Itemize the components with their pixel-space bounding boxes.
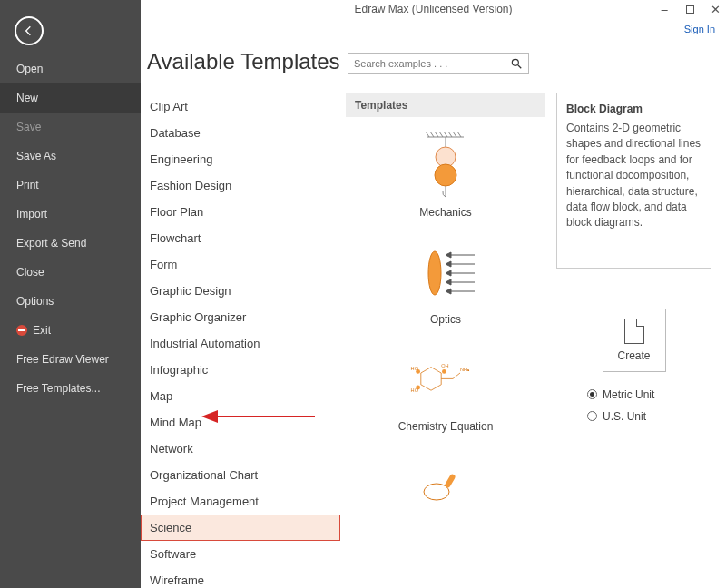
- template-icon: [409, 130, 482, 202]
- radio-label: U.S. Unit: [603, 410, 646, 423]
- sign-in-link[interactable]: Sign In: [684, 24, 715, 34]
- metric-unit-radio[interactable]: Metric Unit: [587, 388, 711, 401]
- template-icon: HOHOOHNH₂: [409, 344, 482, 416]
- svg-line-7: [435, 132, 438, 137]
- template-item[interactable]: Mechanics: [346, 117, 545, 224]
- template-label: Chemistry Equation: [398, 420, 494, 433]
- template-icon: [409, 451, 482, 524]
- title-bar: Edraw Max (Unlicensed Version) ‒ ✕: [141, 0, 726, 11]
- arrow-left-icon: [22, 24, 36, 38]
- sidebar-item-free-templates-[interactable]: Free Templates...: [0, 374, 141, 403]
- sidebar-item-label: Export & Send: [16, 237, 86, 250]
- category-item[interactable]: Graphic Design: [141, 278, 340, 304]
- svg-rect-39: [444, 474, 456, 489]
- template-item[interactable]: Optics: [346, 224, 545, 331]
- svg-point-38: [424, 484, 449, 500]
- svg-line-11: [453, 132, 456, 137]
- template-item[interactable]: HOHOOHNH₂Chemistry Equation: [346, 331, 545, 438]
- maximize-button[interactable]: [682, 2, 697, 16]
- category-item[interactable]: Graphic Organizer: [141, 304, 340, 330]
- svg-marker-27: [446, 289, 451, 294]
- template-item[interactable]: [346, 438, 545, 529]
- svg-marker-28: [421, 368, 441, 391]
- category-item[interactable]: Map: [141, 383, 340, 409]
- sidebar-item-print[interactable]: Print: [0, 171, 141, 200]
- category-list[interactable]: Clip ArtDatabaseEngineeringFashion Desig…: [141, 93, 340, 588]
- category-item[interactable]: Clip Art: [141, 93, 340, 120]
- category-item[interactable]: Project Management: [141, 488, 340, 514]
- minimize-button[interactable]: ‒: [657, 2, 672, 16]
- templates-column: Templates MechanicsOpticsHOHOOHNH₂Chemis…: [346, 93, 545, 588]
- category-item[interactable]: Flowchart: [141, 225, 340, 251]
- sidebar-item-label: New: [16, 92, 38, 104]
- template-label: Optics: [430, 313, 461, 326]
- template-icon: [409, 237, 482, 309]
- page-title: Available Templates: [147, 49, 340, 74]
- sidebar-item-import[interactable]: Import: [0, 200, 141, 229]
- search-icon: [510, 57, 523, 70]
- svg-text:NH₂: NH₂: [460, 367, 470, 372]
- sidebar-item-label: Options: [16, 295, 54, 308]
- category-item[interactable]: Database: [141, 120, 340, 146]
- close-button[interactable]: ✕: [708, 2, 722, 16]
- svg-line-5: [426, 132, 429, 137]
- svg-marker-25: [446, 279, 451, 285]
- template-label: Mechanics: [419, 206, 471, 219]
- category-item[interactable]: Organizational Chart: [141, 462, 340, 488]
- create-label: Create: [617, 349, 650, 362]
- search-field[interactable]: [354, 58, 510, 69]
- file-menu-sidebar: OpenNewSaveSave AsPrintImportExport & Se…: [0, 0, 141, 588]
- templates-list[interactable]: MechanicsOpticsHOHOOHNH₂Chemistry Equati…: [346, 117, 545, 588]
- category-list-container: Clip ArtDatabaseEngineeringFashion Desig…: [141, 93, 340, 588]
- category-item[interactable]: Network: [141, 436, 340, 462]
- svg-marker-21: [446, 261, 451, 267]
- category-item[interactable]: Floor Plan: [141, 199, 340, 225]
- create-button[interactable]: Create: [603, 309, 666, 372]
- category-item[interactable]: Fashion Design: [141, 172, 340, 199]
- description-title: Block Diagram: [566, 103, 701, 115]
- svg-line-9: [444, 132, 447, 137]
- sidebar-item-label: Save As: [16, 150, 56, 162]
- category-item[interactable]: Science: [141, 514, 340, 541]
- radio-dot-icon: [587, 411, 597, 421]
- sidebar-item-export-send[interactable]: Export & Send: [0, 229, 141, 258]
- search-input[interactable]: [348, 53, 529, 74]
- sidebar-item-label: Close: [16, 266, 44, 279]
- svg-point-17: [428, 251, 441, 295]
- category-item[interactable]: Wireframe: [141, 567, 340, 588]
- sidebar-item-new[interactable]: New: [0, 83, 141, 113]
- category-item[interactable]: Industrial Automation: [141, 330, 340, 357]
- sidebar-item-label: Free Templates...: [16, 382, 100, 395]
- description-body: Contains 2-D geometric shapes and direct…: [566, 121, 701, 231]
- sidebar-item-open[interactable]: Open: [0, 54, 141, 83]
- category-item[interactable]: Form: [141, 251, 340, 278]
- sidebar-item-label: Import: [16, 208, 47, 220]
- main-content: Edraw Max (Unlicensed Version) ‒ ✕ Sign …: [141, 0, 726, 588]
- svg-point-0: [512, 59, 518, 65]
- unit-radio-group: Metric Unit U.S. Unit: [587, 388, 711, 423]
- us-unit-radio[interactable]: U.S. Unit: [587, 410, 711, 423]
- svg-line-1: [518, 65, 522, 69]
- svg-marker-23: [446, 270, 451, 276]
- svg-text:OH: OH: [441, 363, 448, 368]
- category-item[interactable]: Engineering: [141, 146, 340, 172]
- back-button[interactable]: [15, 16, 44, 45]
- sidebar-item-save-as[interactable]: Save As: [0, 142, 141, 171]
- radio-label: Metric Unit: [603, 388, 654, 401]
- category-item[interactable]: Mind Map: [141, 409, 340, 436]
- sidebar-item-exit[interactable]: Exit: [0, 316, 141, 345]
- sidebar-item-save[interactable]: Save: [0, 113, 141, 142]
- radio-dot-icon: [587, 389, 597, 399]
- category-item[interactable]: Infographic: [141, 357, 340, 383]
- details-panel: Block Diagram Contains 2-D geometric sha…: [551, 93, 717, 588]
- svg-point-33: [442, 369, 446, 374]
- sidebar-item-free-edraw-viewer[interactable]: Free Edraw Viewer: [0, 345, 141, 374]
- description-box: Block Diagram Contains 2-D geometric sha…: [556, 93, 711, 269]
- svg-point-15: [435, 164, 456, 186]
- sidebar-item-label: Exit: [33, 324, 51, 337]
- category-item[interactable]: Software: [141, 541, 340, 567]
- templates-header: Templates: [346, 93, 545, 117]
- sidebar-item-options[interactable]: Options: [0, 287, 141, 316]
- svg-line-8: [439, 132, 443, 137]
- sidebar-item-close[interactable]: Close: [0, 258, 141, 287]
